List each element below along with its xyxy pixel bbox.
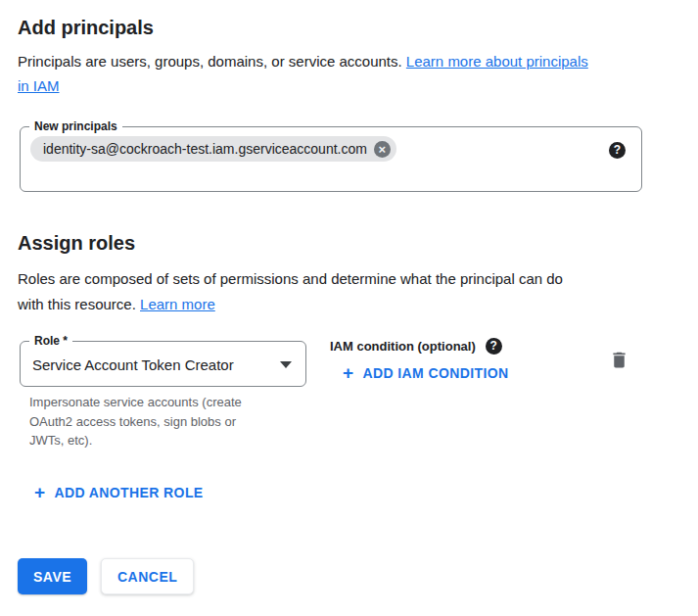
role-helper-text: Impersonate service accounts (create OAu… (29, 393, 242, 450)
assign-roles-description-line2: with this resource. (18, 296, 140, 312)
delete-role-button[interactable] (609, 350, 629, 374)
principals-description-text: Principals are users, groups, domains, o… (18, 53, 406, 70)
principal-chip: identity-sa@cockroach-test.iam.gservicea… (30, 136, 396, 162)
add-iam-condition-label: ADD IAM CONDITION (363, 365, 509, 381)
chip-remove-icon[interactable]: × (374, 141, 391, 158)
assign-roles-description: Roles are composed of sets of permission… (18, 266, 669, 317)
role-helper-line: Impersonate service accounts (create (29, 393, 242, 412)
role-select-value: Service Account Token Creator (32, 356, 234, 374)
add-another-role-label: ADD ANOTHER ROLE (55, 485, 204, 500)
role-label: Role * (29, 334, 72, 349)
trash-icon (609, 350, 629, 370)
iam-condition-help-icon[interactable]: ? (486, 338, 502, 355)
page-title: Add principals (18, 16, 154, 39)
new-principals-field[interactable]: New principals identity-sa@cockroach-tes… (20, 126, 642, 192)
learn-more-roles-link[interactable]: Learn more (140, 296, 215, 312)
role-select[interactable]: Role * Service Account Token Creator (20, 341, 306, 387)
chevron-down-icon (280, 361, 292, 368)
plus-icon: + (343, 364, 354, 382)
role-helper-line: JWTs, etc). (29, 431, 242, 450)
principal-chip-text: identity-sa@cockroach-test.iam.gservicea… (43, 141, 367, 157)
cancel-button[interactable]: CANCEL (101, 558, 194, 594)
add-iam-condition-button[interactable]: + ADD IAM CONDITION (343, 364, 509, 382)
learn-more-principals-link-wrap[interactable]: in IAM (18, 77, 60, 94)
principals-description: Principals are users, groups, domains, o… (18, 49, 669, 98)
iam-condition-label: IAM condition (optional) (330, 339, 476, 354)
plus-icon: + (34, 484, 46, 501)
save-button[interactable]: SAVE (18, 558, 87, 594)
role-helper-line: OAuth2 access tokens, sign blobs or (29, 412, 242, 432)
new-principals-help-icon[interactable]: ? (609, 142, 626, 159)
assign-roles-title: Assign roles (18, 231, 135, 255)
add-another-role-button[interactable]: + ADD ANOTHER ROLE (34, 484, 204, 501)
assign-roles-description-line1: Roles are composed of sets of permission… (18, 266, 669, 292)
iam-condition-header: IAM condition (optional) ? (330, 338, 502, 355)
new-principals-label: New principals (29, 119, 122, 134)
learn-more-principals-link[interactable]: Learn more about principals (406, 53, 588, 70)
